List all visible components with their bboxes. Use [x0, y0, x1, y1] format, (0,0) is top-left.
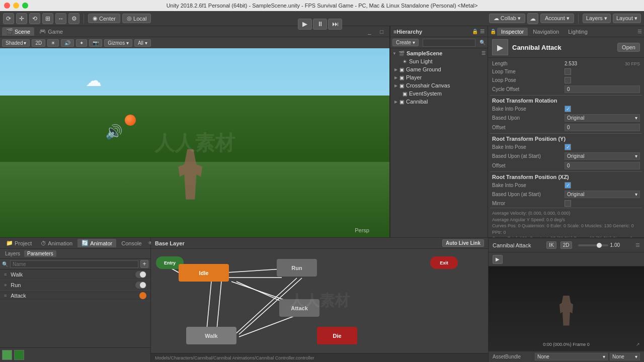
- loop-time-row: Loop Time: [490, 67, 642, 76]
- inspector-menu[interactable]: ☰: [637, 29, 642, 34]
- mirror-checkbox[interactable]: [565, 200, 571, 207]
- viewport-panel: 🎬 Scene 🎮 Game _ □ Shaded▾ 2D ☀: [0, 26, 390, 237]
- run-toggle-knob: [140, 282, 146, 288]
- play-button[interactable]: ▶: [298, 19, 312, 30]
- asset-title: Cannibal Attack: [512, 44, 613, 51]
- tab-lighting[interactable]: Lighting: [564, 28, 592, 36]
- cycle-offset-field[interactable]: 0: [565, 85, 640, 93]
- toolbar-icon-2[interactable]: ✛: [16, 13, 27, 24]
- based-upon-xz-dropdown[interactable]: Original ▾: [565, 191, 640, 198]
- toolbar-icon-1[interactable]: ⟳: [3, 13, 14, 24]
- hierarchy-item-gameground[interactable]: ▶ ▣ Game Ground: [390, 65, 488, 73]
- layout-dropdown[interactable]: Layout ▾: [613, 14, 641, 23]
- game-tab[interactable]: 🎮 Game: [35, 27, 67, 36]
- orange-sphere: [125, 115, 136, 126]
- based-upon-dropdown[interactable]: Original ▾: [565, 114, 640, 122]
- pause-button[interactable]: ⏸: [313, 19, 327, 30]
- run-toggle[interactable]: [135, 282, 146, 289]
- close-button[interactable]: [4, 3, 10, 9]
- subtab-parameters[interactable]: Parameters: [24, 250, 56, 257]
- attack-node[interactable]: Attack: [279, 299, 319, 317]
- add-param-button[interactable]: +: [140, 260, 148, 268]
- layers-dropdown[interactable]: Layers ▾: [583, 14, 611, 23]
- walk-node[interactable]: Walk: [186, 327, 236, 344]
- maximize-btn[interactable]: □: [376, 28, 387, 36]
- scene-camera-btn[interactable]: 📷: [89, 39, 102, 47]
- step-button[interactable]: ⏭: [328, 19, 342, 30]
- create-dropdown[interactable]: Create ▾: [392, 39, 419, 46]
- speed-slider[interactable]: [578, 244, 608, 246]
- tab-inspector[interactable]: Inspector: [497, 28, 528, 36]
- subtab-layers[interactable]: Layers: [2, 250, 23, 257]
- center-button[interactable]: ◉ Center: [88, 14, 120, 23]
- hierarchy-item-sunlight[interactable]: ☀ Sun Light: [390, 57, 488, 65]
- account-button[interactable]: Account ▾: [540, 14, 574, 23]
- preview-play-btn[interactable]: ▶: [493, 255, 503, 264]
- offset-y-field[interactable]: 0: [565, 162, 640, 169]
- local-button[interactable]: ◎ Local: [122, 14, 151, 23]
- attack-trigger[interactable]: [139, 292, 146, 299]
- hierarchy-lock[interactable]: 🔒: [472, 29, 478, 34]
- auto-live-link-btn[interactable]: Auto Live Link: [442, 239, 484, 247]
- tab-project[interactable]: 📁 Project: [2, 239, 36, 247]
- shaded-dropdown[interactable]: Shaded▾: [2, 39, 30, 47]
- minimize-btn[interactable]: _: [364, 28, 375, 36]
- hierarchy-menu[interactable]: ☰: [480, 29, 485, 34]
- scene-tab[interactable]: 🎬 Scene: [2, 27, 34, 36]
- asset-bundle-variant-field[interactable]: None ▾: [610, 353, 640, 360]
- gizmos-dropdown[interactable]: Gizmos ▾: [104, 39, 132, 47]
- persp-label: Persp: [355, 227, 369, 233]
- bake-pose-y-checkbox[interactable]: ✓: [565, 144, 571, 150]
- asset-bundle-field[interactable]: None ▾: [535, 353, 608, 360]
- walk-toggle[interactable]: [135, 271, 146, 278]
- exit-node[interactable]: Exit: [430, 256, 458, 269]
- gameground-icon: ▣: [399, 67, 404, 72]
- fx-icon-btn[interactable]: ✦: [76, 39, 87, 47]
- toolbar-icon-4[interactable]: ⊞: [42, 13, 53, 24]
- tab-console[interactable]: Console: [117, 239, 145, 247]
- all-dropdown[interactable]: All ▾: [134, 39, 151, 47]
- loop-pose-checkbox[interactable]: [565, 77, 571, 83]
- animator-canvas[interactable]: Entry Exit Idle Run Attack Walk: [151, 249, 488, 353]
- bake-pose-checkbox[interactable]: ✓: [565, 106, 571, 112]
- idle-node[interactable]: Idle: [179, 264, 229, 282]
- open-button[interactable]: Open: [617, 43, 640, 52]
- cloud-icon-btn[interactable]: ☁: [527, 13, 538, 24]
- tab-animator[interactable]: 🔄 Animator: [77, 239, 116, 247]
- audio-icon-btn[interactable]: 🔊: [61, 39, 74, 47]
- minimize-button[interactable]: [13, 3, 19, 9]
- insp-bottom-menu[interactable]: ☰: [635, 242, 640, 248]
- expand-preview-btn[interactable]: ↗: [636, 342, 640, 347]
- param-run[interactable]: ≡ Run: [0, 280, 150, 291]
- bake-pose-xz-checkbox[interactable]: ✓: [565, 182, 571, 189]
- ik-label[interactable]: IK: [546, 241, 556, 249]
- hierarchy-item-player[interactable]: ▶ ▣ Player: [390, 73, 488, 81]
- tab-animation[interactable]: ⏱ Animation: [37, 239, 76, 247]
- bake-pose-xz-row: Bake Into Pose ✓: [490, 181, 642, 190]
- scene-menu[interactable]: ☰: [481, 51, 486, 56]
- hierarchy-item-cannibal[interactable]: ▶ ▣ Cannibal: [390, 98, 488, 106]
- based-upon-start-dropdown[interactable]: Original ▾: [565, 152, 640, 160]
- 2d-toggle[interactable]: 2D: [32, 39, 45, 47]
- run-node[interactable]: Run: [277, 259, 317, 277]
- light-icon-btn[interactable]: ☀: [47, 39, 59, 47]
- toolbar-icon-6[interactable]: ⚙: [68, 13, 79, 24]
- hierarchy-search[interactable]: [423, 39, 475, 47]
- hierarchy-item-crosshair[interactable]: ▶ ▣ Crosshair Canvas: [390, 81, 488, 89]
- offset-field[interactable]: 0: [565, 124, 640, 131]
- hierarchy-item-eventsystem[interactable]: ▣ EventSystem: [390, 89, 488, 98]
- toolbar-icon-5[interactable]: ↔: [55, 13, 66, 24]
- scene-root[interactable]: ▼ 🎬 SampleScene ☰: [390, 49, 488, 57]
- param-attack[interactable]: ≡ Attack: [0, 291, 150, 301]
- collab-button[interactable]: ☁ Collab ▾: [489, 14, 525, 23]
- die-node[interactable]: Die: [317, 327, 357, 344]
- toolbar-icon-3[interactable]: ⟲: [29, 13, 40, 24]
- hierarchy-title: Hierarchy: [396, 29, 422, 35]
- loop-time-checkbox[interactable]: [565, 68, 571, 75]
- scene-view[interactable]: 🔊 ☁ Persp 人人素材: [0, 48, 389, 237]
- tab-navigation[interactable]: Navigation: [529, 28, 563, 36]
- maximize-button[interactable]: [22, 3, 28, 9]
- 2d-label[interactable]: 2D: [560, 241, 572, 249]
- params-search-input[interactable]: [10, 260, 138, 268]
- param-walk[interactable]: ≡ Walk: [0, 269, 150, 280]
